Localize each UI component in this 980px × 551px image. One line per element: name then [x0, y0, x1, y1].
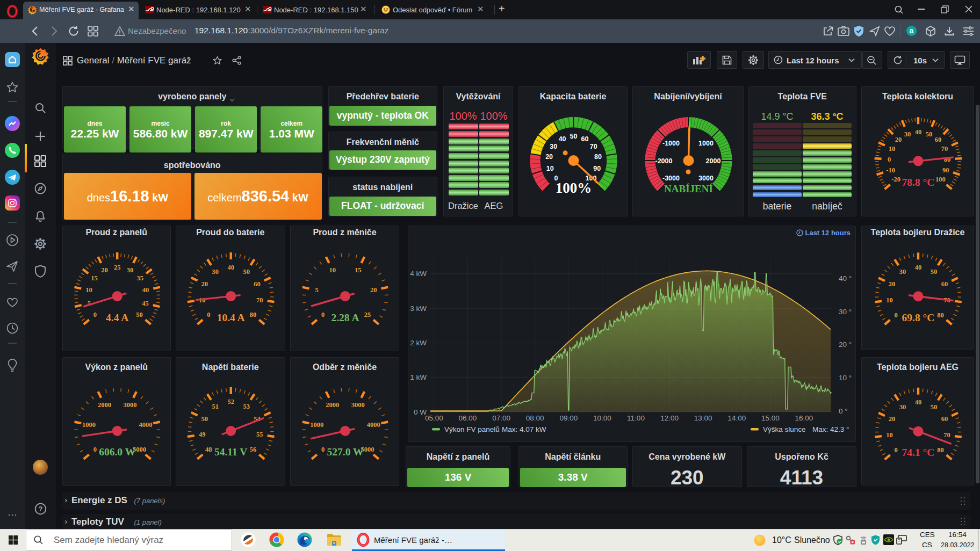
svg-text:Max: 42.3 °: Max: 42.3 ° — [812, 425, 849, 433]
svg-text:48: 48 — [205, 446, 212, 453]
svg-text:69.8 °C: 69.8 °C — [902, 312, 935, 323]
svg-text:14:00: 14:00 — [727, 414, 746, 422]
svg-text:30: 30 — [899, 403, 906, 411]
svg-text:2000: 2000 — [98, 401, 111, 408]
svg-text:20: 20 — [101, 266, 108, 274]
svg-text:80: 80 — [944, 156, 951, 163]
svg-text:2.28 A: 2.28 A — [331, 312, 359, 323]
svg-text:10: 10 — [889, 145, 896, 153]
svg-text:56: 56 — [250, 446, 257, 453]
svg-text:10:00: 10:00 — [593, 414, 611, 422]
svg-text:05:00: 05:00 — [425, 414, 443, 422]
svg-text:10: 10 — [329, 266, 336, 274]
svg-text:70: 70 — [256, 296, 263, 304]
svg-text:70: 70 — [590, 143, 597, 150]
svg-text:53: 53 — [243, 402, 250, 410]
svg-text:40: 40 — [227, 264, 234, 271]
svg-text:3000: 3000 — [351, 401, 365, 408]
svg-text:60: 60 — [581, 135, 588, 143]
svg-text:1000: 1000 — [82, 421, 95, 429]
svg-text:0: 0 — [894, 446, 897, 454]
svg-text:1000: 1000 — [698, 140, 714, 147]
svg-text:0: 0 — [321, 311, 325, 318]
svg-text:3000: 3000 — [698, 175, 714, 182]
svg-text:2000: 2000 — [326, 401, 339, 408]
svg-text:45: 45 — [142, 300, 149, 307]
svg-text:16:00: 16:00 — [795, 414, 813, 422]
svg-text:78.8 °C: 78.8 °C — [902, 177, 935, 188]
svg-text:74.1 °C: 74.1 °C — [902, 447, 935, 458]
svg-text:10: 10 — [546, 165, 554, 172]
svg-text:NABÍJENÍ: NABÍJENÍ — [664, 183, 713, 194]
svg-text:4000: 4000 — [367, 421, 380, 429]
svg-text:60: 60 — [254, 280, 261, 288]
svg-text:49: 49 — [199, 431, 206, 438]
svg-text:20: 20 — [895, 136, 902, 143]
svg-text:25: 25 — [113, 264, 120, 271]
svg-text:80: 80 — [594, 153, 602, 161]
svg-text:0: 0 — [888, 156, 891, 163]
svg-text:3 kW: 3 kW — [410, 305, 427, 313]
svg-text:20 °: 20 ° — [839, 340, 852, 349]
svg-text:1000: 1000 — [310, 421, 323, 429]
svg-text:40 °: 40 ° — [839, 274, 852, 282]
svg-text:25: 25 — [364, 311, 371, 318]
svg-text:90: 90 — [942, 166, 949, 174]
svg-text:10: 10 — [85, 286, 92, 294]
svg-text:20: 20 — [889, 415, 896, 423]
svg-text:Max: 4.07 kW: Max: 4.07 kW — [502, 425, 546, 433]
svg-text:100%: 100% — [556, 180, 592, 196]
svg-text:0 °: 0 ° — [839, 407, 848, 415]
svg-text:30: 30 — [126, 266, 133, 274]
svg-text:10: 10 — [886, 296, 893, 304]
svg-text:50: 50 — [136, 311, 143, 318]
svg-text:35: 35 — [136, 274, 143, 282]
svg-text:0: 0 — [93, 311, 96, 318]
svg-text:20: 20 — [889, 280, 896, 288]
svg-text:55: 55 — [256, 431, 263, 438]
svg-text:60: 60 — [941, 280, 948, 288]
svg-text:40: 40 — [915, 398, 922, 406]
svg-text:606.0 W: 606.0 W — [99, 446, 135, 458]
svg-text:-2000: -2000 — [655, 157, 673, 165]
svg-text:10 °: 10 ° — [839, 374, 852, 382]
svg-text:20: 20 — [370, 286, 377, 294]
svg-text:100: 100 — [935, 176, 946, 183]
svg-text:50: 50 — [931, 403, 938, 411]
svg-text:40: 40 — [915, 128, 922, 136]
svg-text:Výška slunce: Výška slunce — [763, 425, 806, 433]
svg-text:0: 0 — [207, 311, 210, 318]
svg-text:0: 0 — [321, 446, 325, 453]
svg-text:80: 80 — [250, 311, 257, 318]
svg-text:0: 0 — [93, 446, 96, 453]
svg-text:4 kW: 4 kW — [410, 270, 427, 278]
svg-text:06:00: 06:00 — [459, 414, 477, 422]
svg-text:Výkon FV panelů: Výkon FV panelů — [444, 425, 500, 433]
svg-text:11:00: 11:00 — [627, 414, 645, 422]
svg-text:30: 30 — [899, 268, 906, 276]
svg-text:4000: 4000 — [139, 421, 152, 429]
svg-text:?: ? — [39, 505, 43, 513]
svg-text:40: 40 — [915, 264, 922, 271]
svg-text:30: 30 — [904, 130, 911, 138]
svg-text:30 °: 30 ° — [839, 308, 852, 316]
svg-text:50: 50 — [570, 133, 578, 140]
svg-text:60: 60 — [935, 136, 942, 143]
svg-text:30: 30 — [212, 268, 219, 276]
svg-text:07:00: 07:00 — [492, 414, 510, 422]
svg-text:2000: 2000 — [706, 157, 721, 165]
svg-text:3000: 3000 — [123, 401, 136, 408]
svg-text:-20: -20 — [891, 176, 900, 183]
svg-text:51: 51 — [212, 402, 219, 410]
svg-text:-10: -10 — [886, 166, 895, 174]
svg-text:40: 40 — [142, 286, 149, 294]
svg-text:08:00: 08:00 — [526, 414, 544, 422]
svg-text:15: 15 — [91, 274, 98, 282]
svg-text:0: 0 — [894, 311, 897, 319]
svg-text:80: 80 — [937, 311, 944, 319]
svg-text:15: 15 — [355, 266, 362, 274]
svg-text:50: 50 — [931, 268, 938, 276]
svg-text:13:00: 13:00 — [694, 414, 712, 422]
svg-text:5: 5 — [315, 286, 319, 294]
svg-text:2 kW: 2 kW — [410, 339, 427, 347]
